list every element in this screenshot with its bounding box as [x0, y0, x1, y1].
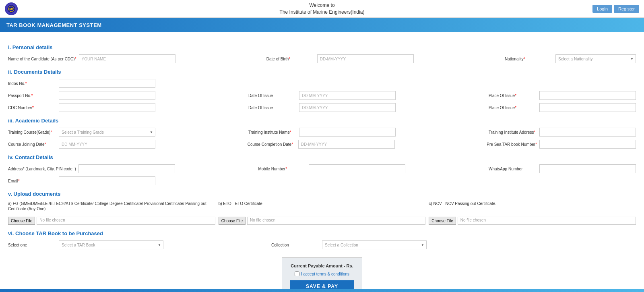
register-button[interactable]: Register [614, 5, 639, 13]
training-institute-address-group: Training Institute Address [489, 128, 636, 137]
whatsapp-label: WhatsApp Number [489, 167, 537, 171]
email-label: Email [8, 179, 56, 183]
upload-a-button[interactable]: Choose File [8, 217, 35, 225]
cdc-doi-input[interactable] [299, 103, 396, 112]
course-joining-input[interactable] [59, 140, 155, 149]
tar-book-label: Select one [8, 243, 56, 247]
training-institute-group: Training Institute Name [248, 128, 396, 137]
contact-row-2: Email [8, 176, 636, 185]
passport-doi-group: Date Of Issue [248, 91, 396, 100]
address-label: Address* (Landmark, City, PIN code, ) [8, 167, 76, 171]
passport-group: Passport No. [8, 91, 155, 100]
passport-poi-group: Place Of Issue [489, 91, 636, 100]
login-button[interactable]: Login [592, 5, 612, 13]
section-contact: iv. Contact Details [8, 154, 636, 161]
collection-group: Collection Select a Collection Collectio… [271, 240, 427, 249]
terms-row: I accept terms & conditions [290, 271, 354, 276]
email-input[interactable] [59, 176, 155, 185]
cdc-poi-input[interactable] [539, 103, 636, 112]
section-academic: iii. Academic Details [8, 118, 636, 124]
cdc-doi-label: Date Of Issue [248, 106, 297, 110]
whatsapp-group: WhatsApp Number [489, 164, 636, 173]
tar-row: Select one Select a TAR Book TAR Book Ty… [8, 240, 636, 249]
upload-row: a) FG (GME/DME/B.E./B.TECH/ATS Certifica… [8, 201, 636, 225]
welcome-text: Welcome to The Institute of Marine Engin… [280, 2, 365, 16]
top-bar: IME Welcome to The Institute of Marine E… [0, 0, 644, 18]
upload-b-filename: No file chosen [247, 217, 425, 225]
training-course-label: Training Course(Grade) [8, 130, 56, 135]
course-joining-label: Course Joining Date [8, 142, 56, 147]
course-joining-group: Course Joining Date [8, 140, 155, 149]
main-content: i. Personal details Name of the Candidat… [0, 32, 644, 292]
dob-group: Date of Birth [266, 54, 414, 63]
upload-c-filename: No file chosen [458, 217, 636, 225]
pre-sea-tar-label: Pre Sea TAR book Number [487, 142, 537, 147]
pre-sea-tar-input[interactable] [539, 140, 636, 149]
indos-row: Indos No. [8, 79, 636, 88]
course-completion-group: Course Completion Date [248, 140, 395, 149]
collection-label: Collection [271, 243, 320, 247]
personal-row-1: Name of the Candidate (As per CDC) Date … [8, 54, 636, 63]
cdc-input[interactable] [59, 103, 155, 112]
logo: IME [5, 2, 18, 15]
cdc-label: CDC Number [8, 106, 56, 110]
upload-c-input-row: Choose File No file chosen [429, 217, 636, 225]
training-institute-input[interactable] [299, 128, 396, 137]
dob-input[interactable] [317, 54, 414, 63]
passport-doi-input[interactable] [299, 91, 396, 100]
mobile-group: Mobile Number [258, 164, 405, 173]
course-completion-input[interactable] [298, 140, 395, 149]
email-group: Email [8, 176, 636, 185]
nav-bar: TAR BOOK MANAGEMENT SYSTEM [0, 18, 644, 32]
terms-checkbox[interactable] [295, 271, 299, 276]
candidate-name-group: Name of the Candidate (As per CDC) [8, 54, 175, 63]
section-personal: i. Personal details [8, 44, 636, 51]
cdc-poi-group: Place Of Issue [489, 103, 636, 112]
nationality-label: Nationality [505, 57, 553, 61]
collection-select[interactable]: Select a Collection Collection A Collect… [322, 240, 427, 249]
upload-b-label: b) ETO - ETO Certificate [219, 201, 426, 215]
course-completion-label: Course Completion Date [248, 142, 296, 147]
upload-c-label: c) NCV - NCV Passing out Certificate. [429, 201, 636, 215]
whatsapp-input[interactable] [539, 164, 636, 173]
academic-row-2: Course Joining Date Course Completion Da… [8, 140, 636, 149]
contact-row-1: Address* (Landmark, City, PIN code, ) Mo… [8, 164, 636, 173]
passport-input[interactable] [59, 91, 155, 100]
passport-poi-label: Place Of Issue [489, 93, 537, 98]
upload-c-group: c) NCV - NCV Passing out Certificate. Ch… [429, 201, 636, 225]
training-course-select[interactable]: Select a Training Grade Grade A Grade B [59, 128, 155, 137]
upload-a-label: a) FG (GME/DME/B.E./B.TECH/ATS Certifica… [8, 201, 215, 215]
indos-group: Indos No. [8, 79, 636, 88]
training-institute-address-label: Training Institute Address [489, 130, 537, 135]
address-group: Address* (Landmark, City, PIN code, ) [8, 164, 175, 173]
training-institute-address-input[interactable] [539, 128, 636, 137]
address-input[interactable] [78, 164, 175, 173]
upload-b-button[interactable]: Choose File [219, 217, 246, 225]
nationality-group: Nationality Select a Nationality Indian … [505, 54, 636, 63]
upload-b-group: b) ETO - ETO Certificate Choose File No … [219, 201, 426, 225]
cdc-poi-label: Place Of Issue [489, 106, 537, 110]
mobile-input[interactable] [309, 164, 405, 173]
training-course-group: Training Course(Grade) Select a Training… [8, 128, 155, 137]
pre-sea-tar-group: Pre Sea TAR book Number [487, 140, 636, 149]
tar-book-select[interactable]: Select a TAR Book TAR Book Type A TAR Bo… [59, 240, 163, 249]
nationality-select[interactable]: Select a Nationality Indian Other [555, 54, 636, 63]
indos-input[interactable] [59, 79, 155, 88]
header-actions: Login Register [592, 5, 639, 13]
passport-poi-input[interactable] [539, 91, 636, 100]
footer-bar [0, 289, 644, 292]
terms-link[interactable]: I accept terms & conditions [301, 272, 349, 276]
cdc-row: CDC Number Date Of Issue Place Of Issue [8, 103, 636, 112]
candidate-name-input[interactable] [79, 54, 175, 63]
section-upload: v. Upload documents [8, 191, 636, 198]
cdc-group: CDC Number [8, 103, 155, 112]
section-choose-tar: vi. Choose TAR Book to be Purchased [8, 230, 636, 237]
academic-row-1: Training Course(Grade) Select a Training… [8, 128, 636, 137]
upload-b-input-row: Choose File No file chosen [219, 217, 426, 225]
upload-c-button[interactable]: Choose File [429, 217, 456, 225]
app-title: TAR BOOK MANAGEMENT SYSTEM [6, 22, 102, 28]
svg-text:IME: IME [9, 8, 14, 10]
upload-a-group: a) FG (GME/DME/B.E./B.TECH/ATS Certifica… [8, 201, 215, 225]
upload-a-input-row: Choose File No file chosen [8, 217, 215, 225]
section-documents: ii. Documents Details [8, 69, 636, 76]
